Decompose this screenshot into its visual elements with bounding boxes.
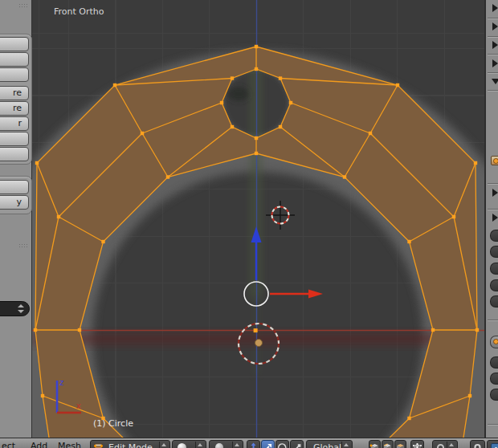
panel-expand-icon[interactable] <box>492 59 498 67</box>
value-slider-edge[interactable] <box>490 373 498 385</box>
panel-separator <box>488 54 498 55</box>
orientation-dropdown[interactable]: Global <box>306 440 353 448</box>
toggle-button-edge[interactable] <box>490 336 498 348</box>
panel-separator <box>488 183 498 184</box>
viewport-3d[interactable]: z x Front Ortho (1) Circle <box>32 0 484 438</box>
shading-dropdown[interactable] <box>172 440 206 448</box>
edge-select-mode-button[interactable] <box>382 440 394 448</box>
panel-expand-icon[interactable] <box>492 214 498 222</box>
tool-button[interactable]: r <box>0 116 29 131</box>
dropdown-arrows-icon <box>447 442 456 448</box>
panel-separator <box>488 90 498 91</box>
scale-manipulator-button[interactable] <box>290 440 304 448</box>
panel-expand-icon[interactable] <box>492 41 498 49</box>
panel-expand-icon[interactable] <box>492 189 498 197</box>
active-object-label: (1) Circle <box>93 418 133 429</box>
dropdown-arrows-icon <box>159 442 169 448</box>
translate-manipulator-button[interactable] <box>261 440 275 448</box>
panel-expand-icon[interactable] <box>492 22 498 31</box>
stepper-up-icon[interactable] <box>18 304 24 307</box>
material-icon <box>491 156 498 165</box>
panel-separator <box>488 36 498 37</box>
tool-button[interactable] <box>0 37 29 51</box>
stepper-down-icon[interactable] <box>18 310 24 313</box>
maroon-axis-smudge <box>32 332 470 345</box>
proportional-edit-icon <box>437 444 444 448</box>
panel-separator <box>488 424 498 425</box>
translate-arrow-icon <box>263 442 273 448</box>
value-slider-edge[interactable] <box>490 263 498 275</box>
snap-element-dropdown[interactable] <box>487 440 498 448</box>
viewport-canvas[interactable]: z x Front Ortho (1) Circle <box>32 0 484 438</box>
manipulator-x-arrowhead <box>308 290 323 299</box>
menu-select[interactable]: ect <box>2 441 15 448</box>
menu-add[interactable]: Add <box>31 441 47 448</box>
manipulator-toggle-button[interactable] <box>247 440 260 448</box>
value-slider-edge[interactable] <box>490 389 498 401</box>
view-name-label: Front Ortho <box>54 6 104 17</box>
proportional-edit-dropdown[interactable] <box>432 440 458 448</box>
tool-button[interactable] <box>0 180 29 194</box>
dropdown-arrows-icon <box>341 442 351 448</box>
pivot-icon <box>215 443 223 448</box>
panel-separator <box>488 320 498 320</box>
tool-button[interactable] <box>0 132 29 146</box>
menu-mesh[interactable]: Mesh <box>58 441 81 448</box>
tool-button[interactable]: y <box>0 195 29 210</box>
value-slider-edge[interactable] <box>490 230 498 242</box>
edit-mode-icon <box>93 442 104 448</box>
panel-separator <box>488 18 498 18</box>
cursor-3d[interactable] <box>266 201 295 230</box>
mode-dropdown-value: Edit Mode <box>108 442 153 448</box>
dropdown-arrows-icon <box>195 442 205 448</box>
panel-collapse-icon[interactable] <box>492 79 498 84</box>
tool-button[interactable]: re <box>0 86 29 100</box>
gizmo-z-label: z <box>59 378 63 387</box>
value-slider-edge[interactable] <box>490 295 498 307</box>
origin-dot <box>255 340 263 347</box>
manipulator-axis-icon <box>248 442 259 448</box>
tool-shelf: re re r y <box>0 0 32 438</box>
rotate-manipulator-button[interactable] <box>276 440 289 448</box>
occlude-geometry-button[interactable] <box>410 440 424 448</box>
face-mode-cube-icon <box>395 442 406 448</box>
occlude-cube-icon <box>412 442 422 448</box>
gizmo-x-label: x <box>76 401 81 410</box>
scale-icon <box>292 442 302 448</box>
properties-region <box>484 0 498 438</box>
region-grip-handle[interactable] <box>18 3 28 9</box>
rotate-arc-icon <box>277 442 288 448</box>
panel-separator <box>488 209 498 210</box>
face-select-mode-button[interactable] <box>394 440 406 448</box>
snap-toggle-button[interactable] <box>470 440 485 448</box>
orientation-dropdown-value: Global <box>313 442 341 448</box>
panel-expand-icon[interactable] <box>492 4 498 12</box>
blender-window: z x Front Ortho (1) Circle re re r y <box>0 0 498 448</box>
tool-button[interactable] <box>0 147 29 161</box>
hole-dark-blob <box>228 87 249 101</box>
tool-button[interactable]: re <box>0 101 29 116</box>
pivot-dropdown[interactable] <box>209 440 243 448</box>
edge-mode-cube-icon <box>382 442 393 448</box>
shading-sphere-icon <box>178 443 186 448</box>
magnet-icon <box>472 442 483 448</box>
vertex-mode-cube-icon <box>369 442 380 448</box>
tool-button[interactable] <box>0 67 29 82</box>
tool-button[interactable] <box>0 52 29 67</box>
panel-separator <box>488 72 498 73</box>
viewport-header: ect Add Mesh Edit Mode <box>0 438 498 448</box>
snap-element-icon <box>491 443 498 448</box>
value-slider-edge[interactable] <box>490 246 498 258</box>
panel-grip-handle[interactable] <box>18 243 28 249</box>
value-slider-edge[interactable] <box>490 356 498 369</box>
vertex-select-mode-button[interactable] <box>369 440 381 448</box>
dropdown-arrows-icon <box>232 442 242 448</box>
mode-dropdown[interactable]: Edit Mode <box>90 440 170 448</box>
number-stepper-field[interactable] <box>0 301 30 316</box>
value-slider-edge[interactable] <box>490 279 498 291</box>
